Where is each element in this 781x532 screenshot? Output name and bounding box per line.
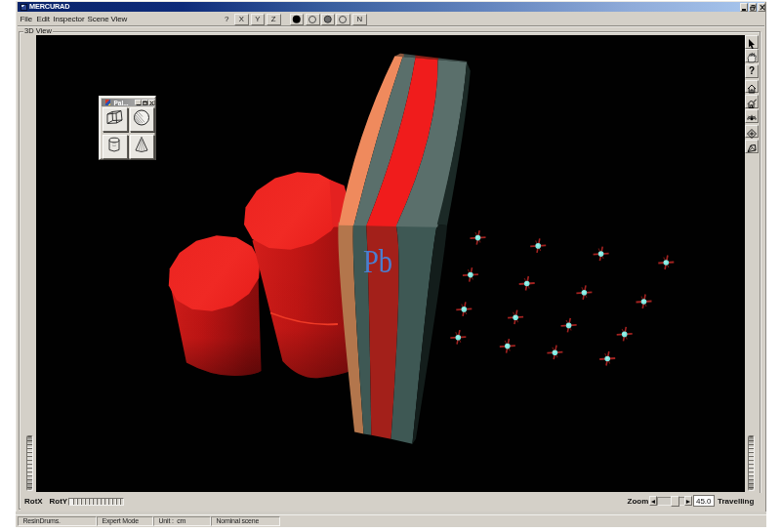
svg-text:Pb: Pb	[363, 242, 392, 279]
